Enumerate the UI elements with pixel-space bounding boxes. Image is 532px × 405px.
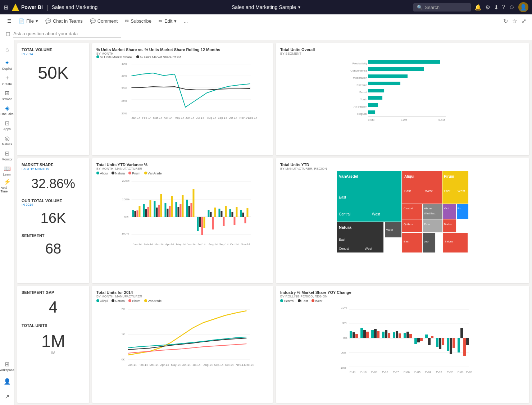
bar-oct-aliqui: [229, 209, 231, 217]
bar-nov-natura: [242, 213, 244, 217]
ytd-legend-aliqui: Aliqui: [96, 172, 108, 175]
x-aug: Aug-14: [207, 116, 216, 119]
x-p04: P-04: [425, 370, 431, 374]
salvus-label: Salvus: [445, 240, 453, 243]
x-may-ytd: May-14: [176, 243, 186, 246]
workspaces-icon: ⊞: [5, 361, 9, 368]
sidebar-item-create[interactable]: ＋ Create: [1, 73, 14, 86]
notifications-icon[interactable]: 🔔: [474, 4, 482, 11]
y-label-30: 30%: [121, 87, 127, 90]
nav-section-name[interactable]: Sales and Marketing: [52, 4, 98, 10]
x-mar-2014: Mar-14: [149, 363, 159, 367]
chat-label: Chat in Teams: [53, 18, 83, 24]
sidebar-item-monitor[interactable]: ⊟ Monitor: [1, 149, 14, 162]
tu2014-legend-vanarsdel: VanArsdel: [144, 299, 163, 303]
bar-jun-aliqui: [186, 200, 188, 217]
x-jun-ytd: Jun-14: [187, 243, 196, 246]
sidebar-item-people[interactable]: 👤: [1, 375, 14, 388]
settings-icon[interactable]: ⚙: [485, 4, 490, 11]
powerbi-logo-icon: [12, 4, 19, 11]
bar-mar-natura: [156, 208, 158, 217]
qa-input-container[interactable]: [13, 30, 121, 38]
chevron-down-icon[interactable]: ▾: [298, 5, 300, 10]
sidebar-item-browse[interactable]: ⊞ Browse: [1, 88, 14, 101]
y-100: 100%: [122, 198, 129, 201]
metrics-label: Metrics: [2, 142, 12, 146]
qa-input[interactable]: [13, 31, 121, 36]
refresh-icon[interactable]: ↻: [502, 16, 509, 26]
bar-convenience: [368, 67, 424, 71]
card-total-units-2014: Total Units for 2014 BY MONTH, MANUFACTU…: [92, 286, 273, 403]
x-dec-2014: Dec-14: [244, 363, 254, 367]
download-icon[interactable]: ⬇: [494, 4, 499, 11]
west-natura-label: West: [386, 228, 393, 232]
subscribe-button[interactable]: ✉ Subscribe: [122, 17, 154, 25]
sidebar-item-expand[interactable]: ↗: [1, 390, 14, 403]
nav-left: ⊞ Power BI | Sales and Marketing: [4, 4, 97, 11]
bar-select: [368, 89, 384, 92]
sentiment-value: 68: [22, 241, 85, 257]
x-p05: P-05: [414, 370, 420, 374]
sidebar-item-realtime[interactable]: ⚡ Real-Time: [1, 179, 14, 192]
bar-nov-vanarsdel: [246, 208, 248, 217]
bar-feb-vanarsdel: [149, 200, 151, 217]
sidebar-item-workspaces[interactable]: ⊞ Workspaces: [1, 360, 14, 373]
onelake-icon: ◈: [5, 105, 9, 112]
total-units-value: 1M: [22, 331, 85, 351]
x-p06: P-06: [404, 370, 410, 374]
search-input[interactable]: [425, 5, 467, 10]
y-n10pct: -10%: [340, 366, 346, 369]
seg-productivity-label: Productivity: [353, 62, 367, 65]
fullscreen-icon[interactable]: ⤢: [520, 16, 528, 26]
file-icon: 📄: [19, 18, 24, 24]
help-icon[interactable]: ?: [502, 4, 505, 10]
sidebar-item-apps[interactable]: ⊡ Apps: [1, 119, 14, 132]
x-jul-ytd: Jul-14: [197, 243, 205, 246]
legend-west: West: [312, 299, 322, 303]
emoji-icon[interactable]: ☺: [509, 4, 515, 10]
line-chart-svg: 40% 35% 30% 25% 20% Jan-14 Feb-14 Mar-14: [96, 60, 269, 122]
teams-icon: 💬: [45, 18, 51, 24]
x-p02: P-02: [447, 370, 453, 374]
x-oct-2014: Oct-14: [225, 363, 234, 367]
bar-feb-pirum: [147, 207, 149, 217]
bar-jan-aliqui: [132, 210, 134, 217]
bar-p02-east-neg: [450, 338, 452, 354]
file-button[interactable]: 📄 File ▾: [16, 17, 41, 25]
sidebar-item-metrics[interactable]: ◎ Metrics: [1, 134, 14, 147]
browse-label: Browse: [1, 97, 12, 101]
r12m-line: [131, 87, 250, 90]
sidebar-item-home[interactable]: ⌂: [1, 43, 14, 56]
grid-icon[interactable]: ⊞: [4, 4, 8, 11]
total-units-title: Total Units: [22, 323, 85, 328]
report-title[interactable]: Sales and Marketing Sample: [232, 4, 296, 10]
block-po: [457, 204, 468, 219]
file-label: File: [26, 18, 34, 24]
sidebar-item-onelake[interactable]: ◈ OneLake: [1, 104, 14, 117]
more-options-button[interactable]: ...: [181, 17, 191, 25]
sidebar-item-copilot[interactable]: ✦ Copilot: [1, 58, 14, 71]
bar-apr-pirum: [169, 206, 170, 217]
sidebar-item-learn[interactable]: 📖 Learn: [1, 164, 14, 177]
search-box[interactable]: 🔍: [413, 3, 471, 12]
metrics-icon: ◎: [5, 135, 10, 142]
chat-in-teams-button[interactable]: 💬 Chat in Teams: [42, 17, 86, 25]
ellipsis-icon: ...: [184, 18, 188, 24]
x-feb: Feb-14: [142, 116, 151, 119]
bar-p07-east: [396, 331, 398, 338]
card-our-volume-section: Our Total Volume IN 2014 16K: [22, 199, 85, 226]
favorite-icon[interactable]: ☆: [511, 16, 519, 26]
comment-button[interactable]: 💬 Comment: [87, 17, 121, 25]
menu-toggle-button[interactable]: ☰: [4, 17, 14, 25]
card-value-market-share: 32.86%: [22, 176, 85, 191]
ytd-subtitle: BY MONTH, MANUFACTURER: [96, 167, 269, 170]
apps-label: Apps: [3, 127, 11, 131]
avatar[interactable]: 👤: [518, 2, 528, 12]
copilot-label: Copilot: [2, 67, 12, 70]
bar-apr-aliqui: [164, 203, 166, 217]
edit-button[interactable]: ✏ Edit ▾: [156, 17, 179, 25]
y-1k: 1K: [121, 333, 125, 336]
y-n5pct: -5%: [341, 351, 346, 355]
card-bottom-left: Sentiment Gap 4 Total Units 1M IM: [17, 286, 89, 403]
bar-p06-central: [404, 333, 406, 338]
